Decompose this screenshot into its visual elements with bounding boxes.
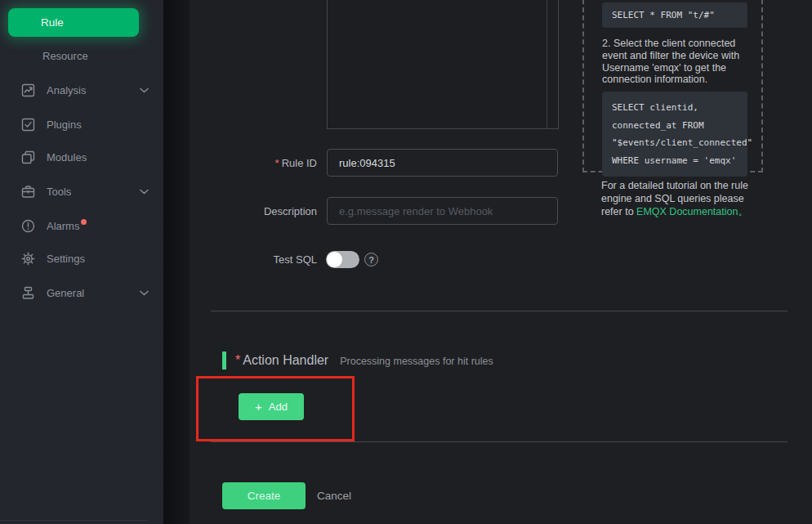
sidebar-item-modules[interactable]: Modules <box>0 141 163 173</box>
sidebar-item-plugins[interactable]: Plugins <box>0 108 163 141</box>
toggle-knob <box>327 252 342 267</box>
create-button[interactable]: Create <box>222 482 306 509</box>
sidebar-item-analysis[interactable]: Analysis <box>0 74 163 106</box>
description-label: Description <box>188 205 317 217</box>
sidebar-item-label: Modules <box>47 151 87 163</box>
sidebar-item-label: Settings <box>47 253 85 265</box>
rule-create-page: Rule Resource Analysis Plugins Modules <box>0 0 812 524</box>
sidebar-item-alarms[interactable]: Alarms <box>0 209 163 242</box>
sql-editor[interactable] <box>327 0 559 129</box>
modules-icon <box>21 150 35 164</box>
action-handler-title: *Action Handler <box>235 353 328 368</box>
sidebar-item-label: General <box>47 287 84 299</box>
sidebar-item-tools[interactable]: Tools <box>0 175 163 208</box>
sidebar-shadow-gutter <box>163 0 190 524</box>
sidebar-bottom-divider <box>0 520 147 521</box>
sidebar-item-resource[interactable]: Resource <box>0 39 163 72</box>
sidebar-item-general[interactable]: General <box>0 276 163 309</box>
footer-divider <box>211 441 787 442</box>
sidebar-item-label: Plugins <box>47 119 82 131</box>
test-sql-label: Test SQL <box>188 253 317 266</box>
chevron-down-icon <box>140 189 149 195</box>
required-marker: * <box>275 157 279 169</box>
sidebar-item-label: Tools <box>47 186 71 198</box>
help-question-icon[interactable]: ? <box>364 253 378 266</box>
sidebar-item-settings[interactable]: Settings <box>0 242 163 275</box>
chevron-down-icon <box>140 87 149 93</box>
help-step-2-text: 2. Select the client connected event and… <box>602 38 752 86</box>
sql-example-1: SELECT * FROM "t/#" <box>602 2 747 28</box>
test-sql-toggle[interactable] <box>326 251 359 268</box>
add-button-label: Add <box>269 401 288 413</box>
rule-id-input[interactable] <box>327 149 558 177</box>
tutorial-note: For a detailed tutorial on the rule engi… <box>601 180 758 218</box>
section-divider <box>211 311 787 311</box>
rule-id-label: *Rule ID <box>188 157 317 169</box>
sql-example-2: SELECT clientid, connected_at FROM "$eve… <box>602 92 747 177</box>
description-input[interactable] <box>327 197 558 225</box>
sql-editor-scrollbar-track[interactable] <box>547 0 547 128</box>
sidebar: Rule Resource Analysis Plugins Modules <box>0 0 163 524</box>
action-handler-header: *Action Handler Processing messages for … <box>235 353 493 368</box>
section-accent-bar <box>222 352 226 369</box>
sidebar-item-label: Resource <box>42 50 88 62</box>
sidebar-item-label: Alarms <box>47 220 79 232</box>
plus-icon: + <box>255 400 262 414</box>
chevron-down-icon <box>140 290 149 296</box>
analysis-icon <box>21 83 35 97</box>
general-icon <box>21 286 35 300</box>
sidebar-item-label: Analysis <box>47 84 86 96</box>
sidebar-item-label: Rule <box>41 16 64 29</box>
plugins-icon <box>21 118 35 132</box>
sql-help-panel: SELECT * FROM "t/#" 2. Select the client… <box>582 0 763 172</box>
gear-icon <box>21 252 35 266</box>
alarms-icon <box>21 219 35 233</box>
tools-icon <box>21 185 35 199</box>
cancel-button[interactable]: Cancel <box>317 482 351 509</box>
sidebar-item-rule[interactable]: Rule <box>8 8 139 37</box>
action-handler-subtitle: Processing messages for hit rules <box>340 356 493 367</box>
emqx-documentation-link[interactable]: EMQX Documentation。 <box>636 206 748 217</box>
add-action-button[interactable]: + Add <box>239 393 304 420</box>
alarm-badge <box>81 219 87 225</box>
